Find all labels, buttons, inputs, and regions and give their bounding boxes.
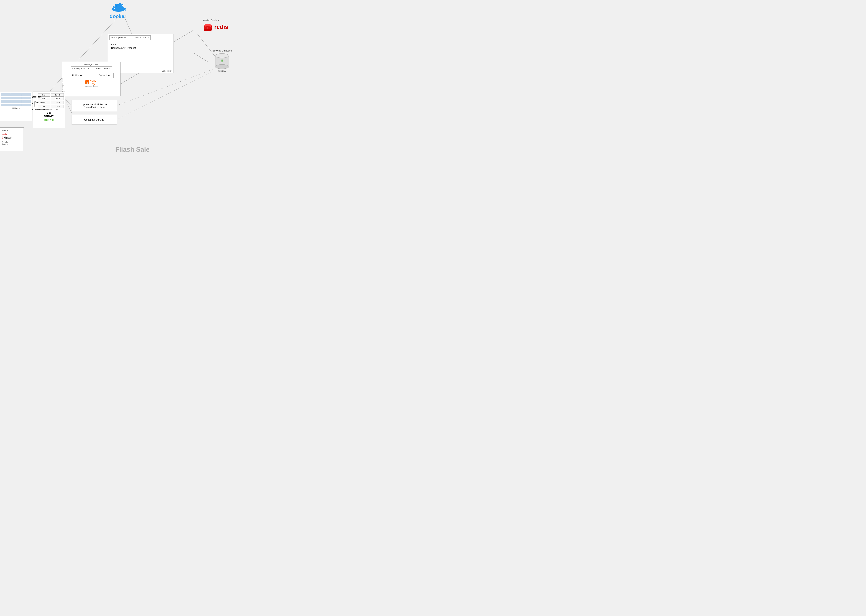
diagram: docker. Inventory Counter M ⬡ redis Item… [0, 0, 237, 164]
rabbitmq-area: 🐰 Rabbit MQ Message Queue [64, 80, 119, 87]
svg-line-6 [65, 99, 72, 113]
book-item-label: Book Item [33, 96, 42, 98]
testing-title: Testing [2, 129, 22, 132]
svg-text:⬡: ⬡ [207, 27, 208, 29]
subscriber-item-queue: Item N | Item N-1 .......... Item 2 | It… [109, 35, 151, 40]
rabbitmq-icon: 🐰 Rabbit MQ [85, 80, 97, 85]
svg-rect-15 [113, 6, 115, 7]
booking-db-label: Booking Database [212, 49, 232, 52]
checkout-item-label: CheckOut Item [33, 108, 46, 110]
subscriber-response: Response API Request [111, 47, 172, 49]
mq-item-queue: Item N | Item N-1 .......... Item 2 | It… [71, 66, 112, 71]
message-queue-box: Message queue Item N | Item N-1 ........… [62, 62, 121, 96]
booking-database: Booking Database mongoDB [212, 49, 232, 72]
jmeter-brand: JMeter™ [2, 135, 22, 140]
user-cell [1, 104, 11, 106]
checkout-service-text: Checkout Service [84, 118, 104, 121]
core-6: Core 6 [51, 101, 64, 104]
svg-point-34 [215, 64, 229, 69]
svg-point-33 [215, 53, 229, 58]
svg-line-14 [197, 34, 215, 56]
subscriber-mq-box: Subscriber [96, 73, 113, 78]
checkout-service-box: Checkout Service [72, 115, 117, 125]
docker-whale-icon [111, 2, 126, 13]
update-hold-text: Update the Hold Item toStatus/Expired It… [82, 103, 107, 108]
user-cell [1, 97, 11, 99]
user-cell [11, 104, 20, 106]
svg-rect-16 [115, 5, 117, 6]
redis-text: redis [214, 24, 228, 30]
apache-label: Apache [2, 133, 22, 135]
apache-jmeter-label: ApacheJmeter [2, 141, 22, 145]
mq-title: Message queue [64, 63, 119, 66]
mongodb-label: mongoDB [212, 70, 232, 72]
user-cell [11, 100, 20, 103]
api-gateway-label: APIGateWay [34, 112, 64, 117]
redis-label: Inventory Counter M [203, 19, 220, 21]
n-users-box: N Users [0, 92, 32, 121]
svg-line-3 [193, 53, 208, 62]
user-cell [21, 97, 31, 99]
update-hold-box: Update the Hold Item toStatus/Expired It… [72, 100, 117, 112]
svg-rect-21 [119, 5, 121, 6]
core-7: Core 7 [38, 105, 50, 108]
subscriber-label: Subscriber [162, 70, 171, 72]
user-cell [21, 93, 31, 96]
svg-line-4 [121, 72, 141, 84]
svg-line-2 [173, 30, 193, 42]
publisher-box: Publisher [69, 73, 85, 78]
docker-logo: docker. [110, 2, 127, 19]
subscriber-item1: Item 1 [111, 43, 172, 46]
core-8: Core 8 [51, 105, 64, 108]
user-cell [1, 93, 11, 96]
core-2: Core 2 [51, 93, 64, 97]
svg-line-9 [117, 71, 213, 119]
user-cell [21, 100, 31, 103]
update-item-label: Update Item [33, 102, 44, 104]
user-cell [11, 97, 20, 99]
svg-rect-18 [117, 5, 119, 6]
docker-text: docker. [110, 14, 127, 19]
n-users-label: N Users [1, 107, 31, 109]
core-4: Core 4 [51, 97, 64, 101]
rabbitmq-label: Message Queue [64, 85, 119, 87]
svg-line-8 [117, 69, 213, 105]
svg-point-25 [112, 6, 126, 12]
node-logo: node [34, 118, 64, 122]
user-cell [21, 104, 31, 106]
svg-line-5 [65, 99, 72, 106]
redis-area: Inventory Counter M ⬡ redis [203, 22, 228, 32]
flash-sale-text: Fliash Sale [115, 146, 149, 153]
svg-point-26 [114, 8, 115, 9]
svg-rect-20 [119, 3, 121, 5]
database-cylinder-icon [214, 53, 230, 69]
user-cell [11, 93, 20, 96]
user-cell [1, 100, 11, 103]
redis-icon: ⬡ [203, 22, 213, 32]
testing-box: Testing Apache JMeter™ ApacheJmeter [0, 127, 24, 151]
booking-vertical-label: Booking an Item [62, 79, 64, 92]
jmeter-logo: Apache JMeter™ [2, 133, 22, 140]
